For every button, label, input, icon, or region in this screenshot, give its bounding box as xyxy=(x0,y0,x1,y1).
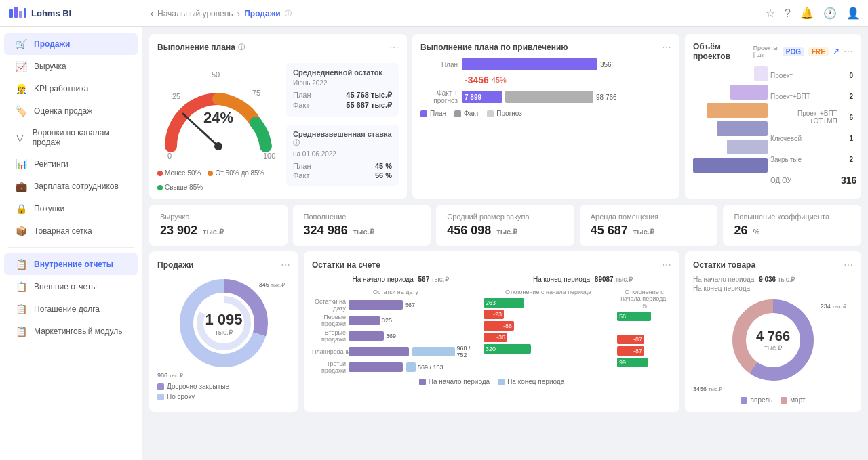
fact-row: Факт 55 687 тыс.₽ xyxy=(293,101,392,110)
sidebar-item-kpi[interactable]: 👷 KPI работника xyxy=(4,78,138,100)
sidebar-item-voronki[interactable]: ▽ Воронки по каналам продаж xyxy=(4,123,138,152)
app-body: 🛒 Продажи 📈 Выручка 👷 KPI работника 🏷️ О… xyxy=(0,27,868,460)
devp-neg-3: -87 xyxy=(617,346,644,356)
fact-bar-row: Факт + прогноз 7 899 98 766 xyxy=(420,89,671,104)
legend-sq-april xyxy=(741,397,747,404)
poc-badge[interactable]: POG xyxy=(783,47,804,56)
pyramid-bar-3 xyxy=(717,121,768,136)
breadcrumb-back[interactable]: ‹ xyxy=(151,9,153,18)
accounts-card: Остатки на счете ⋯ На начало периода 567… xyxy=(304,251,679,412)
svg-text:25: 25 xyxy=(172,92,180,100)
sidebar-item-tovarnaya[interactable]: 📦 Товарная сетка xyxy=(4,220,138,242)
donut-center: 1 095 тыс.₽ xyxy=(205,311,242,336)
inventory-card: Остатки товара ⋯ На начало периода 9 036… xyxy=(685,251,861,412)
projects-header: Объём проектов Проекты | шт POG FRE ↗ ⋯ xyxy=(693,42,853,61)
sales-donut-legend: Досрочно закрытые По сроку xyxy=(157,383,290,400)
plan-card-menu[interactable]: ⋯ xyxy=(389,42,399,53)
sidebar-item-pokupki[interactable]: 🔒 Покупки xyxy=(4,198,138,219)
accounts-menu[interactable]: ⋯ xyxy=(662,259,671,270)
history-icon[interactable]: 🕐 xyxy=(823,7,837,20)
legend-sq-early xyxy=(157,383,164,390)
acc-bar-2: Вторые продажи 369 xyxy=(312,329,479,343)
external-icon: 📋 xyxy=(15,281,27,292)
dev-label-right: Отклонение с начала периода, % xyxy=(617,289,671,309)
sidebar-item-vyruchka[interactable]: 📈 Выручка xyxy=(4,56,138,77)
pyramid-bar-2 xyxy=(707,103,768,118)
accounts-title: Остатки на счете xyxy=(312,260,380,270)
accounts-charts: Остатки на дату Остатки на дату 567 Пер xyxy=(312,289,671,374)
fre-badge[interactable]: FRE xyxy=(808,47,829,56)
favorite-icon[interactable]: ☆ xyxy=(766,7,775,20)
pyramid-label-2: Проект+ВПТ +ОТ+МП 6 xyxy=(770,108,853,126)
sidebar-item-marketing[interactable]: 📋 Маркетинговый модуль xyxy=(4,320,138,342)
assessment-icon: 🏷️ xyxy=(15,106,27,117)
sales-donut-menu[interactable]: ⋯ xyxy=(281,259,290,270)
legend-sq-start xyxy=(419,379,426,385)
legend-april: апрель xyxy=(741,396,772,404)
fact-bar-part2 xyxy=(505,91,593,103)
devp-row-2: -87 xyxy=(617,335,671,344)
legend-acc-start: На начало периода xyxy=(419,378,490,385)
sidebar-item-reitingi[interactable]: 📊 Рейтинги xyxy=(4,153,138,175)
rate-box: Средневзвешенная ставка ⓘ на 01.06.2022 … xyxy=(286,125,399,186)
rate-plan-row: План 45 % xyxy=(293,162,392,170)
acc-bar-end-3 xyxy=(412,347,454,356)
inventory-menu[interactable]: ⋯ xyxy=(844,259,853,270)
plan-info-icon[interactable]: ⓘ xyxy=(238,43,245,52)
devp-row-3: -87 xyxy=(617,346,671,356)
legend-sq-march xyxy=(781,397,787,404)
pyramid-section: Проект 0 Проект+ВПТ 2 Проект+ВПТ +ОТ+МП … xyxy=(693,66,853,189)
devp-pos-4: 99 xyxy=(617,358,648,367)
pyramid-label-0: Проект 0 xyxy=(770,66,853,84)
bottom-value-label: 986 тыс.₽ xyxy=(157,372,290,379)
rate-info-icon[interactable]: ⓘ xyxy=(293,139,300,146)
dev-pos-0: 263 xyxy=(484,298,524,308)
donut-container: 1 095 тыс.₽ xyxy=(176,276,271,371)
dev-neg-1: -23 xyxy=(484,310,504,319)
salary-icon: 💼 xyxy=(15,181,27,192)
page-info-icon[interactable]: ⓘ xyxy=(285,9,292,18)
acc-bar-end-4 xyxy=(406,362,416,372)
plan-card: Выполнение плана ⓘ ⋯ xyxy=(149,34,407,199)
inv-val-right: 234 тыс.₽ xyxy=(821,303,846,310)
dev-row-1: -23 xyxy=(484,310,613,319)
sidebar-item-pogashenie[interactable]: 📋 Погашение долга xyxy=(4,298,138,320)
legend-forecast: Прогноз xyxy=(487,110,522,117)
stat-coefficient: Повышение коэффициента 26 % xyxy=(723,205,861,246)
devp-pos-0: 56 xyxy=(617,312,651,321)
svg-point-5 xyxy=(214,142,222,150)
dev-neg-2: -86 xyxy=(484,321,514,331)
projects-menu[interactable]: ⋯ xyxy=(844,46,853,57)
sidebar-item-prodazhi[interactable]: 🛒 Продажи xyxy=(4,33,138,55)
pyramid-label-4: Закрытые 2 xyxy=(770,150,853,168)
accounts-legend: На начало периода На конец периода xyxy=(312,378,671,385)
svg-text:50: 50 xyxy=(212,70,220,79)
sidebar-item-ocenka[interactable]: 🏷️ Оценка продаж xyxy=(4,100,138,122)
sidebar-item-zarplata[interactable]: 💼 Зарплата сотрудников xyxy=(4,175,138,197)
accounts-bar-chart: Остатки на дату Остатки на дату 567 Пер xyxy=(312,289,479,374)
devp-row-0: 56 xyxy=(617,312,671,321)
pyramid-labels: Проект 0 Проект+ВПТ 2 Проект+ВПТ +ОТ+МП … xyxy=(770,66,853,189)
attract-chart: План 356 -3456 45% Факт + прогноз xyxy=(420,58,671,104)
debt-icon: 📋 xyxy=(15,304,27,314)
help-icon[interactable]: ? xyxy=(785,7,791,20)
user-icon[interactable]: 👤 xyxy=(846,7,860,20)
sidebar-item-vnesh[interactable]: 📋 Внешние отчеты xyxy=(4,276,138,297)
legend-item-mid: От 50% до 85% xyxy=(208,169,264,177)
external-link-icon[interactable]: ↗ xyxy=(833,47,840,56)
pyramid-bar-0 xyxy=(754,66,768,81)
topbar: Lohms BI ‹ Начальный уровень › Продажи ⓘ… xyxy=(0,0,868,27)
acc-bar-1: Первые продажи 325 xyxy=(312,314,479,327)
legend-item-low: Менее 50% xyxy=(157,169,201,177)
inv-legend: апрель март xyxy=(693,396,853,404)
sidebar-item-internal[interactable]: 📋 Внутренние отчеты xyxy=(4,253,138,275)
pyramid-bar-4 xyxy=(727,140,768,154)
plan-card-title: Выполнение плана ⓘ xyxy=(157,43,245,52)
dev-row-0: 263 xyxy=(484,298,613,308)
notifications-icon[interactable]: 🔔 xyxy=(800,7,814,20)
acc-bar-0: Остатки на дату 567 xyxy=(312,298,479,312)
rate-fact-row: Факт 56 % xyxy=(293,171,392,180)
attract-menu[interactable]: ⋯ xyxy=(662,42,671,53)
pyramid-label-3: Ключевой 1 xyxy=(770,129,853,147)
legend-sq-plan xyxy=(420,110,427,117)
